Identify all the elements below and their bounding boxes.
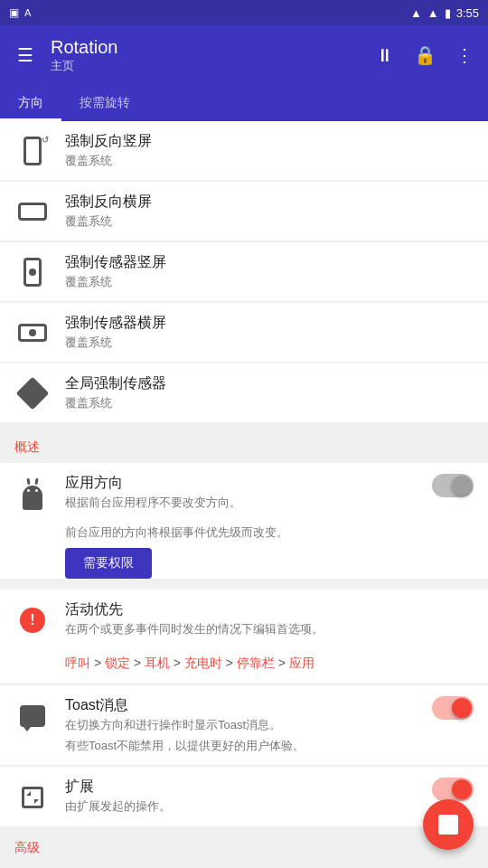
toggle-toast-knob: [452, 698, 472, 718]
reverse-landscape-title: 强制反向横屏: [65, 193, 474, 212]
sensor-landscape-title: 强制传感器横屏: [65, 314, 474, 333]
tab-press-rotate[interactable]: 按需旋转: [61, 85, 148, 121]
pause-button[interactable]: ⏸: [371, 41, 399, 70]
content-area: ↺ 强制反向竖屏 覆盖系统 强制反向横屏 覆盖系统 强制传感器竖屏 覆盖系统: [0, 121, 488, 868]
exclamation-circle: !: [20, 608, 45, 633]
sensor-portrait-text: 强制传感器竖屏 覆盖系统: [65, 253, 474, 290]
item-activity-priority-content: 活动优先 在两个或更多事件同时发生的情况下编辑首选项。: [65, 600, 474, 637]
item-toast-message-title: Toast消息: [65, 696, 418, 715]
reverse-landscape-subtitle: 覆盖系统: [65, 213, 474, 230]
priority-dock[interactable]: 停靠栏: [237, 656, 275, 670]
reverse-portrait-subtitle: 覆盖系统: [65, 153, 474, 169]
item-activity-priority: ! 活动优先 在两个或更多事件同时发生的情况下编辑首选项。 呼叫 > 锁定 > …: [0, 590, 488, 684]
status-bar: ▣ A ▲ ▲ ▮ 3:55: [0, 0, 488, 25]
list-item-reverse-landscape[interactable]: 强制反向横屏 覆盖系统: [0, 182, 488, 241]
exclamation-icon: !: [14, 602, 51, 638]
signal-icon: ▲: [427, 6, 439, 20]
more-options-button[interactable]: ⋮: [450, 41, 479, 70]
item-toast-message-content: Toast消息 在切换方向和进行操作时显示Toast消息。 有些Toast不能禁…: [65, 696, 418, 753]
sensor-landscape-subtitle: 覆盖系统: [65, 335, 474, 351]
item-toast-message-extra: 有些Toast不能禁用，以提供更好的用户体验。: [65, 738, 418, 754]
item-expand: 扩展 由扩展发起的操作。: [0, 767, 488, 826]
item-activity-priority-desc: 在两个或更多事件同时发生的情况下编辑首选项。: [65, 621, 474, 637]
app-icon: ▣: [9, 6, 19, 19]
item-activity-priority-title: 活动优先: [65, 600, 474, 619]
chat-icon: [14, 698, 51, 734]
item-app-direction-content: 应用方向 根据前台应用程序不要改变方向。: [65, 474, 418, 511]
section-advanced-label: 高级: [14, 840, 40, 854]
permission-button[interactable]: 需要权限: [65, 548, 152, 579]
global-sensor-text: 全局强制传感器 覆盖系统: [65, 374, 474, 411]
app-subtitle: 主页: [51, 58, 361, 74]
sensor-portrait-title: 强制传感器竖屏: [65, 253, 474, 272]
sensor-portrait-subtitle: 覆盖系统: [65, 274, 474, 290]
notification-icon: A: [24, 7, 31, 18]
item-app-direction-desc: 根据前台应用程序不要改变方向。: [65, 495, 418, 511]
priority-call[interactable]: 呼叫: [65, 656, 90, 670]
toggle-app-direction[interactable]: [432, 474, 474, 497]
expand-icon: [14, 779, 51, 816]
toggle-expand[interactable]: [432, 778, 474, 801]
status-bar-left: ▣ A: [9, 6, 31, 19]
section-overview: 概述: [0, 424, 488, 463]
reverse-portrait-title: 强制反向竖屏: [65, 132, 474, 151]
wifi-icon: ▲: [410, 6, 422, 20]
app-title-section: Rotation 主页: [51, 37, 361, 74]
item-toast-message-desc: 在切换方向和进行操作时显示Toast消息。: [65, 717, 418, 733]
menu-icon: ☰: [17, 44, 33, 66]
list-item-global-sensor[interactable]: 全局强制传感器 覆盖系统: [0, 363, 488, 422]
time-display: 3:55: [456, 6, 479, 20]
tab-direction-label: 方向: [18, 95, 43, 111]
tab-direction[interactable]: 方向: [0, 85, 61, 121]
item-expand-desc: 由扩展发起的操作。: [65, 798, 418, 815]
item-app-direction-extra: 前台应用的方向将根据事件优先级而改变。: [0, 524, 488, 548]
item-activity-priority-header: ! 活动优先 在两个或更多事件同时发生的情况下编辑首选项。: [0, 590, 488, 649]
top-bar-actions: ⏸ 🔒 ⋮: [371, 41, 479, 70]
sensor-landscape-icon: [14, 315, 51, 351]
toggle-toast[interactable]: [432, 696, 474, 720]
item-app-direction: 应用方向 根据前台应用程序不要改变方向。 前台应用的方向将根据事件优先级而改变。…: [0, 463, 488, 579]
android-icon: [14, 476, 51, 512]
priority-app[interactable]: 应用: [289, 656, 314, 670]
global-sensor-title: 全局强制传感器: [65, 374, 474, 393]
priority-headset[interactable]: 耳机: [145, 656, 170, 670]
battery-icon: ▮: [445, 6, 451, 20]
item-toast-message-header: Toast消息 在切换方向和进行操作时显示Toast消息。 有些Toast不能禁…: [0, 685, 488, 764]
reverse-landscape-icon: [14, 193, 51, 230]
chat-bubble: [20, 705, 45, 727]
priority-charging[interactable]: 充电时: [184, 656, 222, 670]
lock-button[interactable]: 🔒: [410, 41, 439, 70]
global-sensor-icon: [14, 375, 51, 411]
list-item-sensor-landscape[interactable]: 强制传感器横屏 覆盖系统: [0, 303, 488, 362]
toggle-app-direction-knob: [452, 476, 472, 495]
sensor-landscape-text: 强制传感器横屏 覆盖系统: [65, 314, 474, 351]
menu-button[interactable]: ☰: [9, 39, 42, 71]
item-expand-title: 扩展: [65, 778, 418, 797]
reverse-landscape-text: 强制反向横屏 覆盖系统: [65, 193, 474, 230]
priority-links: 呼叫 > 锁定 > 耳机 > 充电时 > 停靠栏 > 应用: [0, 649, 488, 684]
app-title: Rotation: [51, 37, 361, 58]
toggle-expand-knob: [452, 779, 472, 799]
item-app-direction-header: 应用方向 根据前台应用程序不要改变方向。: [0, 463, 488, 523]
list-item-reverse-portrait[interactable]: ↺ 强制反向竖屏 覆盖系统: [0, 121, 488, 180]
priority-lock[interactable]: 锁定: [105, 656, 130, 670]
stop-icon: [438, 815, 458, 835]
top-bar: ☰ Rotation 主页 ⏸ 🔒 ⋮: [0, 25, 488, 85]
reverse-portrait-icon: ↺: [14, 133, 51, 169]
item-expand-content: 扩展 由扩展发起的操作。: [65, 778, 418, 815]
item-expand-header: 扩展 由扩展发起的操作。: [0, 767, 488, 826]
tabs-bar: 方向 按需旋转: [0, 85, 488, 121]
tab-press-rotate-label: 按需旋转: [80, 95, 130, 111]
list-item-sensor-portrait[interactable]: 强制传感器竖屏 覆盖系统: [0, 242, 488, 301]
item-app-direction-title: 应用方向: [65, 474, 418, 493]
sensor-portrait-icon: [14, 254, 51, 290]
item-toast-message: Toast消息 在切换方向和进行操作时显示Toast消息。 有些Toast不能禁…: [0, 685, 488, 764]
global-sensor-subtitle: 覆盖系统: [65, 395, 474, 411]
reverse-portrait-text: 强制反向竖屏 覆盖系统: [65, 132, 474, 169]
fab-button[interactable]: [423, 799, 474, 850]
status-bar-right: ▲ ▲ ▮ 3:55: [410, 6, 479, 20]
section-advanced: 高级: [0, 828, 488, 863]
section-overview-label: 概述: [14, 439, 40, 454]
